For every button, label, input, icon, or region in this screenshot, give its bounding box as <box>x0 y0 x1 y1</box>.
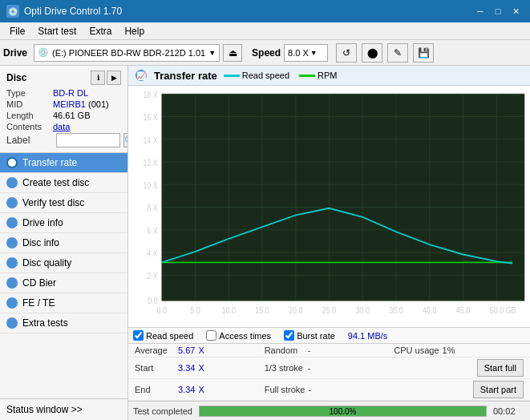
nav-quality-icon <box>6 257 18 269</box>
nav-quality-label: Disc quality <box>22 257 71 269</box>
chart-legend: Read speed RPM <box>224 71 338 80</box>
average-value: 5.67 <box>178 345 195 355</box>
speed-value: 8.0 X <box>288 48 309 58</box>
svg-text:10 X: 10 X <box>143 180 158 190</box>
drive-icon: 💿 <box>38 47 49 58</box>
time-text: 00:02 <box>493 406 525 416</box>
menu-help[interactable]: Help <box>118 22 151 39</box>
svg-text:15.0: 15.0 <box>255 305 269 315</box>
stroke-1-3-cell: 1/3 stroke - <box>265 363 394 373</box>
titlebar: 💿 Opti Drive Control 1.70 ─ □ ✕ <box>0 0 530 22</box>
stats-row-1: Average 5.67 X Random - CPU usage 1% <box>128 344 530 357</box>
burst-rate-value: 94.1 MB/s <box>348 331 388 341</box>
close-button[interactable]: ✕ <box>508 3 524 19</box>
drive-select[interactable]: 💿 (E:) PIONEER BD-RW BDR-212D 1.01 ▼ <box>34 44 220 62</box>
drive-dropdown-icon: ▼ <box>208 49 216 57</box>
main-area: Disc ℹ ▶ Type BD-R DL MID MEIRB1 (001) L… <box>0 66 530 420</box>
mid-label: MID <box>6 99 53 109</box>
start-label: Start <box>135 363 175 373</box>
speed-select[interactable]: 8.0 X ▼ <box>284 44 328 62</box>
svg-text:10.0: 10.0 <box>222 305 237 315</box>
start-unit: X <box>198 363 204 373</box>
status-window-button[interactable]: Status window >> <box>0 399 127 420</box>
status-window-label: Status window >> <box>6 404 83 415</box>
nav-create-test-disc[interactable]: Create test disc <box>0 173 127 193</box>
full-stroke-label: Full stroke <box>265 385 305 394</box>
cpu-value: 1% <box>443 345 455 355</box>
start-value: 3.34 <box>178 363 195 373</box>
start-part-cell: Start part <box>394 381 524 398</box>
refresh-button[interactable]: ↺ <box>336 43 357 63</box>
chart-title: Transfer rate <box>154 70 217 82</box>
read-speed-checkbox[interactable] <box>133 330 144 341</box>
svg-text:6 X: 6 X <box>147 226 158 236</box>
nav-disc-info-icon <box>6 237 18 248</box>
random-label: Random <box>265 345 305 355</box>
drive-value: (E:) PIONEER BD-RW BDR-212D 1.01 <box>52 48 205 58</box>
disc-title: Disc <box>6 72 26 83</box>
nav-verify-test-disc[interactable]: Verify test disc <box>0 193 127 213</box>
nav-drive-info[interactable]: Drive info <box>0 213 127 233</box>
stroke-1-3-label: 1/3 stroke <box>265 363 305 373</box>
disc-arrow-icon[interactable]: ▶ <box>107 71 121 85</box>
burst-rate-label: Burst rate <box>297 331 335 341</box>
disc-info-icon[interactable]: ℹ <box>91 71 105 85</box>
svg-text:35.0: 35.0 <box>389 305 403 315</box>
nav-cdbier-icon <box>6 277 18 289</box>
average-label: Average <box>135 345 175 355</box>
nav-fe-te[interactable]: FE / TE <box>0 293 127 313</box>
nav-items: Transfer rate Create test disc Verify te… <box>0 153 127 333</box>
nav-disc-info[interactable]: Disc info <box>0 233 127 253</box>
burst-rate-checkbox[interactable] <box>284 330 294 341</box>
menu-file[interactable]: File <box>3 22 31 39</box>
type-value: BD-R DL <box>53 88 88 98</box>
svg-text:40.0: 40.0 <box>423 305 437 315</box>
nav-drive-icon <box>6 217 18 228</box>
nav-create-label: Create test disc <box>22 177 89 188</box>
chart-area: 18 X 16 X 14 X 12 X 10 X 8 X 6 X 4 X 2 X… <box>128 86 530 327</box>
nav-cd-bier[interactable]: CD Bier <box>0 273 127 293</box>
nav-disc-quality[interactable]: Disc quality <box>0 253 127 273</box>
menu-extra[interactable]: Extra <box>83 22 118 39</box>
legend-read-speed-label: Read speed <box>242 71 289 80</box>
legend-rpm-color <box>299 75 315 77</box>
disc-panel: Disc ℹ ▶ Type BD-R DL MID MEIRB1 (001) L… <box>0 66 127 153</box>
nav-verify-label: Verify test disc <box>22 197 84 208</box>
menu-start-test[interactable]: Start test <box>31 22 83 39</box>
random-value: - <box>308 345 311 355</box>
minimize-button[interactable]: ─ <box>472 3 488 19</box>
edit-button[interactable]: ✎ <box>387 43 408 63</box>
titlebar-controls: ─ □ ✕ <box>472 3 524 19</box>
statusbar: Test completed 100.0% 00:02 <box>128 401 530 420</box>
maximize-button[interactable]: □ <box>490 3 506 19</box>
start-part-button[interactable]: Start part <box>473 381 524 398</box>
checkbox-burst-rate[interactable]: Burst rate <box>284 330 335 341</box>
checkbox-access-times[interactable]: Access times <box>206 330 271 341</box>
label-input[interactable] <box>56 133 120 147</box>
svg-text:25.0: 25.0 <box>322 305 337 315</box>
status-text: Test completed <box>133 406 192 416</box>
disc-icons: ℹ ▶ <box>91 71 121 85</box>
legend-rpm: RPM <box>299 71 337 80</box>
access-times-label: Access times <box>219 331 271 341</box>
save-button[interactable]: 💾 <box>413 43 434 63</box>
eject-button[interactable]: ⏏ <box>223 44 242 62</box>
progress-text: 100.0% <box>200 406 486 418</box>
nav-extra-icon <box>6 317 18 329</box>
nav-transfer-rate[interactable]: Transfer rate <box>0 153 127 173</box>
contents-value[interactable]: data <box>53 122 70 131</box>
end-unit: X <box>198 385 204 394</box>
start-full-cell: Start full <box>394 359 524 377</box>
checkbox-row: Read speed Access times Burst rate 94.1 … <box>128 327 530 343</box>
access-times-checkbox[interactable] <box>206 330 216 341</box>
start-full-button[interactable]: Start full <box>477 359 524 377</box>
svg-text:20.0: 20.0 <box>289 305 303 315</box>
svg-text:5.0: 5.0 <box>190 305 200 315</box>
legend-rpm-label: RPM <box>318 71 337 80</box>
nav-extra-tests[interactable]: Extra tests <box>0 313 127 333</box>
type-label: Type <box>6 88 53 98</box>
record-button[interactable]: ⬤ <box>362 43 382 63</box>
checkbox-read-speed[interactable]: Read speed <box>133 330 193 341</box>
svg-text:📈: 📈 <box>136 71 147 81</box>
svg-text:0.0: 0.0 <box>148 296 158 305</box>
